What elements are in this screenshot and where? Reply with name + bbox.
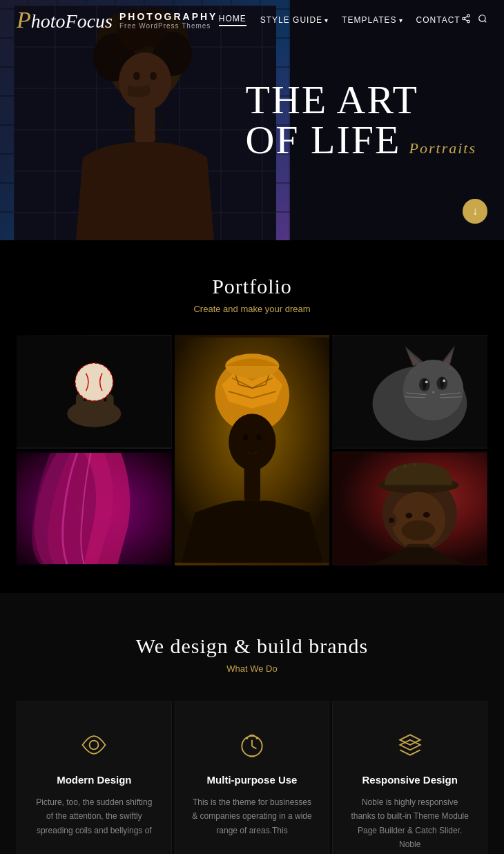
portfolio-item-portrait[interactable]	[175, 335, 330, 565]
portrait-image	[175, 335, 330, 565]
baseball-image	[17, 335, 172, 449]
svg-point-65	[402, 521, 436, 541]
svg-line-3	[465, 19, 467, 21]
service-desc-multipurpose: This is the theme for businesses & compa…	[192, 795, 313, 837]
eye-icon	[34, 730, 155, 760]
services-title: We design & build brands	[17, 634, 487, 658]
svg-point-19	[133, 72, 140, 80]
nav-home[interactable]: HOME	[219, 14, 246, 26]
svg-point-50	[443, 379, 446, 382]
cat-image	[332, 335, 487, 449]
svg-point-1	[463, 17, 465, 20]
main-nav: HOME STYLE GUIDE ▾ TEMPLATES ▾ COntACT	[219, 14, 461, 26]
logo-text: PHOTOGRAPHY Free WordPress Themes	[119, 11, 217, 30]
portfolio-item-cat[interactable]	[332, 335, 487, 449]
service-title-modern: Modern Design	[34, 774, 155, 786]
nav-contact[interactable]: COntACT	[416, 15, 461, 25]
logo-icon: PhotoFocus	[17, 7, 113, 33]
svg-rect-35	[244, 467, 260, 501]
svg-point-47	[423, 378, 427, 389]
svg-point-71	[246, 737, 249, 739]
share-icon[interactable]	[461, 14, 471, 26]
services-section: We design & build brands What We Do Mode…	[0, 593, 504, 854]
service-card-modern-design: Modern Design Picture, too, the sudden s…	[17, 701, 172, 854]
hero-tag: Portraits	[409, 141, 476, 156]
svg-point-49	[425, 380, 428, 383]
services-grid: Modern Design Picture, too, the sudden s…	[17, 701, 487, 854]
service-card-responsive: Responsive Design Noble is highly respon…	[332, 701, 487, 854]
service-desc-responsive: Noble is highly responsive thanks to bui…	[349, 795, 470, 852]
hero-line1: THE ART	[245, 80, 476, 120]
svg-point-5	[479, 15, 485, 21]
svg-point-67	[389, 518, 394, 523]
portfolio-item-baseball[interactable]	[17, 335, 172, 449]
portfolio-item-man-hat[interactable]	[332, 452, 487, 565]
svg-point-34	[229, 414, 275, 470]
portfolio-title: Portfolio	[17, 275, 487, 298]
portfolio-section: Portfolio Create and make your dream	[0, 240, 504, 593]
service-desc-modern: Picture, too, the sudden shifting of the…	[34, 795, 155, 837]
portfolio-item-purple-hair[interactable]	[17, 452, 172, 565]
svg-point-2	[467, 20, 470, 23]
search-icon[interactable]	[478, 14, 487, 26]
svg-rect-18	[135, 108, 155, 142]
layers-icon	[349, 730, 470, 760]
man-hat-image	[332, 452, 487, 565]
svg-point-17	[119, 52, 171, 110]
service-title-responsive: Responsive Design	[349, 774, 470, 786]
chevron-down-icon: ▾	[324, 17, 328, 24]
svg-point-64	[423, 512, 430, 518]
services-header: We design & build brands What We Do	[17, 634, 487, 674]
hero-line2: OF LIFE Portraits	[245, 120, 476, 160]
scroll-down-button[interactable]: ↓	[463, 199, 487, 224]
svg-point-20	[150, 72, 157, 80]
portfolio-grid	[17, 335, 487, 565]
hero-text: THE ART OF LIFE Portraits	[245, 80, 476, 160]
services-subtitle: What We Do	[17, 663, 487, 674]
portfolio-subtitle: Create and make your dream	[17, 304, 487, 314]
svg-point-0	[467, 14, 470, 17]
svg-point-37	[256, 434, 262, 441]
hero-person-image	[14, 6, 276, 240]
service-card-multipurpose: Multi-purpose Use This is the theme for …	[175, 701, 330, 854]
chevron-down-icon: ▾	[399, 17, 403, 24]
nav-templates[interactable]: TEMPLATES ▾	[342, 15, 402, 25]
logo[interactable]: PhotoFocus PHOTOGRAPHY Free WordPress Th…	[17, 7, 217, 33]
svg-point-33	[225, 353, 279, 378]
svg-point-36	[242, 434, 248, 441]
purple-hair-image	[17, 452, 172, 565]
site-header: PhotoFocus PHOTOGRAPHY Free WordPress Th…	[0, 0, 504, 40]
nav-style-guide[interactable]: STYLE GUIDE ▾	[260, 15, 328, 25]
svg-point-40	[403, 360, 464, 420]
nav-icons	[461, 14, 487, 26]
svg-line-4	[465, 17, 467, 18]
svg-rect-27	[106, 394, 114, 413]
clock-icon	[192, 730, 313, 760]
svg-point-69	[90, 741, 99, 750]
svg-line-6	[485, 21, 487, 23]
svg-point-63	[406, 513, 413, 518]
service-title-multipurpose: Multi-purpose Use	[192, 774, 313, 786]
svg-line-74	[252, 746, 256, 749]
svg-point-72	[255, 737, 258, 739]
svg-point-48	[440, 377, 445, 388]
